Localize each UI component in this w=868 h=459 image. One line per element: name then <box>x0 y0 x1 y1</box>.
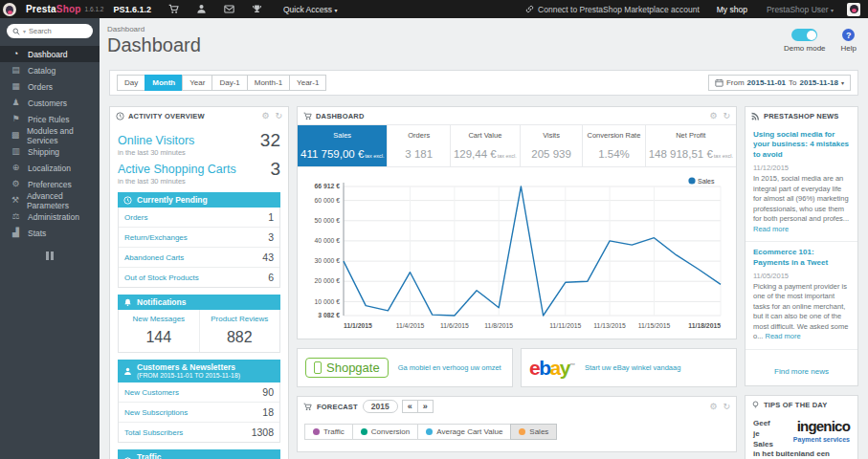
news-item-title[interactable]: Using social media for your business: 4 … <box>753 130 850 160</box>
read-more-link[interactable]: Read more <box>753 225 789 233</box>
sidebar-item-label: Preferences <box>28 180 72 189</box>
sidebar-item-label: Stats <box>28 229 46 238</box>
sidebar-item-shipping[interactable]: ▥Shipping <box>0 143 100 160</box>
stat-label[interactable]: Active Shopping Carts <box>118 163 236 176</box>
forecast-toggle-conversion[interactable]: Conversion <box>352 424 418 440</box>
user-avatar[interactable] <box>847 3 860 16</box>
range-button-day[interactable]: Day <box>117 75 145 91</box>
shopgate-logo: Shopgate <box>305 358 389 378</box>
customers-shortcut-icon[interactable] <box>196 4 207 14</box>
collapse-menu-button[interactable] <box>45 251 55 261</box>
kpi-tab-sales[interactable]: Sales411 759,00 €tax excl. <box>298 125 388 166</box>
search-input[interactable] <box>29 27 87 35</box>
svg-text:Sales: Sales <box>698 178 715 185</box>
sidebar-search[interactable]: ▾ <box>7 24 93 38</box>
panel-refresh-icon[interactable]: ↻ <box>723 112 730 120</box>
customers-icon <box>123 367 132 376</box>
range-button-day-1[interactable]: Day-1 <box>211 75 247 91</box>
panel-refresh-icon[interactable]: ↻ <box>275 112 282 120</box>
sidebar-item-modules-and-services[interactable]: ▩Modules and Services <box>0 127 100 143</box>
prestashop-logo[interactable] <box>3 3 16 16</box>
brand-link[interactable]: PrestaShop <box>26 4 81 14</box>
kpi-label: Sales <box>300 131 384 140</box>
marketplace-link[interactable]: Connect to PrestaShop Marketplace accoun… <box>525 5 700 14</box>
forecast-toggle-average-cart-value[interactable]: Average Cart Value <box>417 424 511 440</box>
new-messages-stat[interactable]: New Messages 144 <box>119 310 200 352</box>
row-label-out-of-stock-products[interactable]: Out of Stock Products <box>124 273 199 282</box>
range-button-year[interactable]: Year <box>182 75 212 91</box>
sidebar-item-stats[interactable]: ▟Stats <box>0 225 100 241</box>
demo-mode-toggle[interactable] <box>791 29 817 41</box>
panel-settings-icon[interactable]: ⚙ <box>709 403 717 411</box>
range-button-year-1[interactable]: Year-1 <box>289 75 326 91</box>
forecast-toggle-traffic[interactable]: Traffic <box>304 424 353 440</box>
svg-text:11/8/2015: 11/8/2015 <box>484 322 513 329</box>
catalog-icon: ▤ <box>11 66 21 75</box>
quick-access-label: Quick Access <box>283 5 332 14</box>
date-range-button[interactable]: From 2015-11-01 To 2015-11-18 ▾ <box>708 75 851 91</box>
kpi-tab-cart-value[interactable]: Cart Value129,44 €tax excl. <box>451 125 521 166</box>
news-item: Ecommerce 101: Payments in a Tweet11/05/… <box>746 242 857 350</box>
product-reviews-stat[interactable]: Product Reviews 882 <box>200 310 280 352</box>
panel-settings-icon[interactable]: ⚙ <box>261 112 269 120</box>
price-rules-icon: ⚑ <box>11 115 21 123</box>
forecast-toggle-sales[interactable]: Sales <box>510 424 557 440</box>
search-scope-caret[interactable]: ▾ <box>23 28 26 34</box>
activity-stat-active-shopping-carts: Active Shopping Carts3in the last 30 min… <box>118 159 280 186</box>
kpi-tab-visits[interactable]: Visits205 939 <box>521 125 583 166</box>
chevron-down-icon: ▾ <box>841 79 844 86</box>
read-more-link[interactable]: Read more <box>766 332 801 340</box>
row-label-total-subscribers[interactable]: Total Subscribers <box>124 428 183 437</box>
trophy-shortcut-icon[interactable] <box>252 4 262 14</box>
forecast-panel: FORECAST 2015 « » ⚙↻ TrafficConversionAv… <box>297 396 737 452</box>
version-small: 1.6.1.2 <box>85 6 104 12</box>
panel-refresh-icon[interactable]: ↻ <box>723 403 730 411</box>
shopgate-ad: Shopgate Ga mobiel en verhoog uw omzet <box>297 348 513 387</box>
sidebar-item-label: Administration <box>28 212 79 222</box>
kpi-label: Orders <box>390 131 446 140</box>
notifications-title: Notifications <box>137 297 186 307</box>
sidebar-item-preferences[interactable]: ⚙Preferences <box>0 176 100 192</box>
row-label-orders[interactable]: Orders <box>124 213 147 222</box>
find-more-news-link[interactable]: Find more news <box>774 367 829 376</box>
sidebar-item-dashboard[interactable]: ◔Dashboard <box>0 46 100 62</box>
main-content: Dashboard Dashboard Demo mode ? Help Day… <box>100 18 868 459</box>
traffic-section: Traffic (FROM 2015-11-01 TO 2015-11-18) … <box>118 449 280 459</box>
news-item-title[interactable]: Ecommerce 101: Payments in a Tweet <box>753 248 850 268</box>
messages-shortcut-icon[interactable] <box>224 4 234 14</box>
quick-access-menu[interactable]: Quick Access ▾ <box>283 5 337 14</box>
sidebar-item-label: Modules and Services <box>27 126 100 145</box>
ebay-ad-link[interactable]: Start uw eBay winkel vandaag <box>585 363 680 372</box>
help-icon[interactable]: ? <box>842 29 855 41</box>
my-shop-link[interactable]: My shop <box>717 5 747 14</box>
row-label-new-subscriptions[interactable]: New Subscriptions <box>124 408 188 417</box>
forecast-prev-button[interactable]: « <box>402 400 418 414</box>
kpi-tab-conversion-rate[interactable]: Conversion Rate1.54% <box>583 125 645 166</box>
preferences-icon: ⚙ <box>11 180 21 188</box>
row-label-new-customers[interactable]: New Customers <box>124 388 179 397</box>
sidebar-item-orders[interactable]: ▦Orders <box>0 78 100 95</box>
range-button-month-1[interactable]: Month-1 <box>247 75 290 91</box>
shopgate-ad-link[interactable]: Ga mobiel en verhoog uw omzet <box>398 363 501 372</box>
sidebar-item-administration[interactable]: ⚖Administration <box>0 208 100 225</box>
sidebar-item-price-rules[interactable]: ⚑Price Rules <box>0 111 100 127</box>
sidebar-item-customers[interactable]: ♟Customers <box>0 95 100 111</box>
stat-label[interactable]: Online Visitors <box>118 134 194 147</box>
activity-stat-online-visitors: Online Visitors32in the last 30 minutes <box>118 130 280 157</box>
sidebar-item-localization[interactable]: ⊕Localization <box>0 160 100 176</box>
forecast-next-button[interactable]: » <box>417 400 434 414</box>
kpi-tab-net-profit[interactable]: Net Profit148 918,51 €tax excl. <box>646 125 736 166</box>
panel-settings-icon[interactable]: ⚙ <box>709 112 717 120</box>
table-row: Total Subscribers1308 <box>119 423 279 442</box>
svg-text:11/15/2015: 11/15/2015 <box>638 322 671 329</box>
news-item: Using social media for your business: 4 … <box>746 124 857 242</box>
sidebar-item-advanced-parameters[interactable]: ⚒Advanced Parameters <box>0 192 100 208</box>
advanced-parameters-icon: ⚒ <box>11 196 20 205</box>
cart-shortcut-icon[interactable] <box>168 4 179 14</box>
row-label-abandoned-carts[interactable]: Abandoned Carts <box>124 253 184 262</box>
kpi-tab-orders[interactable]: Orders3 181 <box>388 125 450 166</box>
row-label-return-exchanges[interactable]: Return/Exchanges <box>124 233 188 242</box>
sidebar-item-catalog[interactable]: ▤Catalog <box>0 62 100 78</box>
range-button-month[interactable]: Month <box>145 75 183 91</box>
user-menu[interactable]: PrestaShop User ▾ <box>767 5 834 14</box>
